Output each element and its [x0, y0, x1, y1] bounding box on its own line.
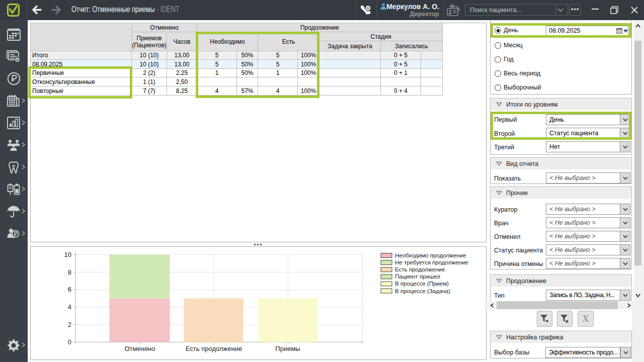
svg-text:6: 6 — [68, 286, 71, 293]
svg-text:Приемы: Приемы — [275, 345, 300, 352]
svg-text:Есть продолжение: Есть продолжение — [186, 345, 242, 352]
svg-text:2: 2 — [68, 321, 71, 328]
svg-text:8: 8 — [68, 268, 71, 276]
svg-text:Не требуется продолжение: Не требуется продолжение — [395, 259, 468, 265]
svg-text:В процессе (Прием): В процессе (Прием) — [395, 281, 449, 287]
svg-text:4: 4 — [68, 303, 71, 311]
svg-text:Отменено: Отменено — [124, 345, 155, 352]
svg-text:10: 10 — [64, 251, 71, 258]
svg-text:0: 0 — [68, 338, 71, 346]
svg-text:Пациент пришел: Пациент пришел — [395, 274, 440, 280]
svg-text:Необходимо продолжение: Необходимо продолжение — [395, 252, 466, 258]
svg-text:В процессе (Задача): В процессе (Задача) — [395, 288, 450, 294]
svg-text:Есть продолжение: Есть продолжение — [395, 266, 445, 273]
